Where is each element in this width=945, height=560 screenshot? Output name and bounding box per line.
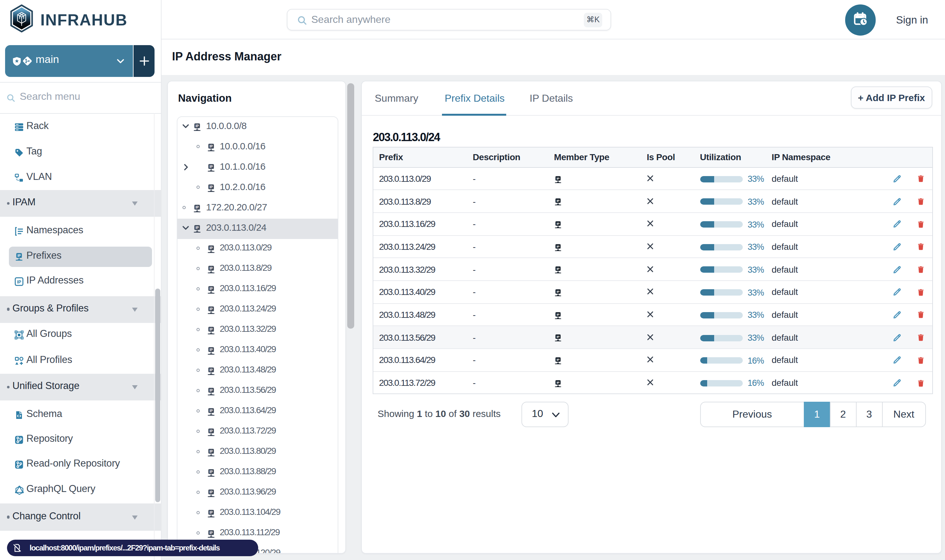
svg-text:IP: IP <box>557 222 560 225</box>
svg-text:IP: IP <box>210 144 213 148</box>
svg-text:IP: IP <box>557 176 560 180</box>
svg-text:IP: IP <box>210 307 213 311</box>
svg-text:IP: IP <box>210 490 213 494</box>
svg-text:IP: IP <box>557 381 560 384</box>
svg-text:IP: IP <box>17 254 20 257</box>
svg-text:IP: IP <box>557 335 560 339</box>
svg-text:IP: IP <box>210 449 213 453</box>
svg-text:IP: IP <box>195 225 199 229</box>
svg-text:IP: IP <box>210 246 213 249</box>
svg-text:IP: IP <box>557 358 560 362</box>
svg-text:IP: IP <box>557 313 560 316</box>
svg-text:IP: IP <box>210 531 213 534</box>
svg-text:IP: IP <box>210 408 213 412</box>
svg-text:IP: IP <box>210 368 213 372</box>
svg-text:IP: IP <box>195 124 199 128</box>
svg-text:IP: IP <box>195 205 199 209</box>
svg-text:IP: IP <box>210 510 213 514</box>
svg-text:IP: IP <box>210 266 213 270</box>
svg-text:IP: IP <box>210 348 213 351</box>
svg-text:IP: IP <box>210 429 213 432</box>
svg-text:IP: IP <box>557 245 560 248</box>
svg-text:IP: IP <box>17 279 21 284</box>
svg-text:IP: IP <box>210 286 213 290</box>
svg-text:IP: IP <box>210 388 213 392</box>
svg-text:IP: IP <box>557 199 560 203</box>
svg-text:IP: IP <box>557 290 560 293</box>
svg-text:IP: IP <box>210 327 213 331</box>
svg-text:IP: IP <box>210 164 213 168</box>
svg-text:IP: IP <box>557 267 560 271</box>
svg-text:IP: IP <box>210 469 213 473</box>
svg-text:IP: IP <box>210 185 213 188</box>
